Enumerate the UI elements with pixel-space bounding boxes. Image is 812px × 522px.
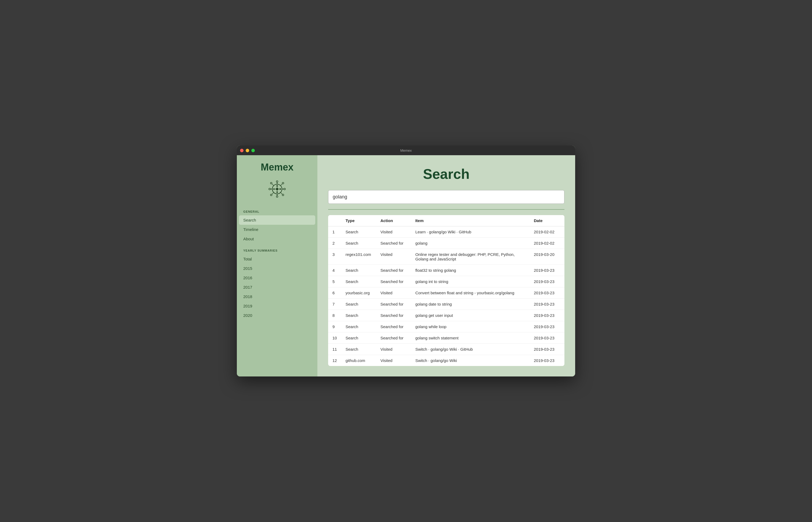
cell-num: 2 <box>328 237 341 249</box>
table-row: 8 Search Searched for golang get user in… <box>328 309 564 321</box>
svg-line-16 <box>281 193 283 195</box>
traffic-lights <box>240 149 255 152</box>
cell-type: Search <box>341 332 376 343</box>
table-row: 3 regex101.com Visited Online regex test… <box>328 249 564 264</box>
cell-num: 6 <box>328 287 341 298</box>
sidebar-item-2020[interactable]: 2020 <box>237 311 318 320</box>
svg-point-13 <box>282 182 284 184</box>
cell-num: 9 <box>328 321 341 332</box>
col-header-num <box>328 215 341 226</box>
cell-num: 8 <box>328 309 341 321</box>
cell-type: Search <box>341 321 376 332</box>
svg-point-15 <box>270 194 272 196</box>
cell-item: golang get user input <box>411 309 529 321</box>
table-row: 9 Search Searched for golang while loop … <box>328 321 564 332</box>
cell-item: Online regex tester and debugger: PHP, P… <box>411 249 529 264</box>
cell-date: 2019-02-02 <box>529 226 564 237</box>
cell-item: golang switch statement <box>411 332 529 343</box>
svg-line-10 <box>272 184 273 185</box>
sidebar-logo <box>266 178 288 200</box>
cell-action: Searched for <box>376 332 411 343</box>
cell-date: 2019-03-23 <box>529 332 564 343</box>
cell-action: Visited <box>376 249 411 264</box>
cell-action: Searched for <box>376 276 411 287</box>
main-content: Search Type Action Item Date 1 Search V <box>318 155 575 377</box>
col-header-type: Type <box>341 215 376 226</box>
window-title: Memex <box>400 148 412 153</box>
sidebar-item-2017[interactable]: 2017 <box>237 282 318 292</box>
svg-point-1 <box>276 188 278 190</box>
table-row: 12 github.com Visited Switch · golang/go… <box>328 355 564 366</box>
cell-action: Searched for <box>376 298 411 309</box>
close-button[interactable] <box>240 149 244 152</box>
sidebar-item-about[interactable]: About <box>237 234 318 244</box>
cell-type: regex101.com <box>341 249 376 264</box>
table-row: 4 Search Searched for float32 to string … <box>328 264 564 276</box>
sidebar-app-title: Memex <box>261 162 293 173</box>
cell-type: Search <box>341 309 376 321</box>
cell-action: Searched for <box>376 309 411 321</box>
sidebar-item-2019[interactable]: 2019 <box>237 301 318 311</box>
cell-num: 3 <box>328 249 341 264</box>
cell-item: golang int to string <box>411 276 529 287</box>
cell-action: Visited <box>376 355 411 366</box>
cell-date: 2019-03-23 <box>529 343 564 355</box>
cell-action: Visited <box>376 226 411 237</box>
sidebar-item-timeline[interactable]: Timeline <box>237 225 318 234</box>
cell-item: float32 to string golang <box>411 264 529 276</box>
maximize-button[interactable] <box>251 149 255 152</box>
cell-date: 2019-03-23 <box>529 309 564 321</box>
cell-date: 2019-03-23 <box>529 287 564 298</box>
cell-item: Switch · golang/go Wiki · GitHub <box>411 343 529 355</box>
cell-num: 11 <box>328 343 341 355</box>
page-title: Search <box>328 166 564 182</box>
svg-point-11 <box>270 182 272 184</box>
table-row: 10 Search Searched for golang switch sta… <box>328 332 564 343</box>
cell-action: Visited <box>376 287 411 298</box>
cell-type: Search <box>341 237 376 249</box>
cell-action: Visited <box>376 343 411 355</box>
cell-date: 2019-03-23 <box>529 264 564 276</box>
cell-num: 5 <box>328 276 341 287</box>
minimize-button[interactable] <box>246 149 249 152</box>
app-window: Memex Memex <box>237 145 575 377</box>
cell-item: Learn · golang/go Wiki · GitHub <box>411 226 529 237</box>
search-input[interactable] <box>328 190 564 204</box>
cell-type: Search <box>341 226 376 237</box>
cell-type: Search <box>341 264 376 276</box>
col-header-date: Date <box>529 215 564 226</box>
yearly-section-label: YEARLY SUMMARIES <box>237 247 318 254</box>
cell-type: Search <box>341 343 376 355</box>
cell-item: Convert between float and string - yourb… <box>411 287 529 298</box>
cell-num: 10 <box>328 332 341 343</box>
svg-point-17 <box>282 194 284 196</box>
cell-num: 4 <box>328 264 341 276</box>
cell-date: 2019-03-23 <box>529 355 564 366</box>
divider <box>328 209 564 210</box>
table-row: 1 Search Visited Learn · golang/go Wiki … <box>328 226 564 237</box>
table-row: 11 Search Visited Switch · golang/go Wik… <box>328 343 564 355</box>
sidebar-item-total[interactable]: Total <box>237 254 318 264</box>
table-row: 5 Search Searched for golang int to stri… <box>328 276 564 287</box>
app-body: Memex <box>237 155 575 377</box>
cell-date: 2019-03-23 <box>529 298 564 309</box>
cell-type: Search <box>341 298 376 309</box>
sidebar-item-2016[interactable]: 2016 <box>237 273 318 282</box>
cell-item: golang while loop <box>411 321 529 332</box>
sidebar-item-search[interactable]: Search <box>239 215 315 225</box>
svg-line-12 <box>281 184 283 185</box>
cell-type: github.com <box>341 355 376 366</box>
cell-num: 7 <box>328 298 341 309</box>
sidebar-item-2015[interactable]: 2015 <box>237 264 318 273</box>
table-row: 6 yourbasic.org Visited Convert between … <box>328 287 564 298</box>
general-section-label: GENERAL <box>237 208 318 215</box>
cell-action: Searched for <box>376 237 411 249</box>
cell-item: Switch · golang/go Wiki <box>411 355 529 366</box>
table-body: 1 Search Visited Learn · golang/go Wiki … <box>328 226 564 366</box>
results-table: Type Action Item Date 1 Search Visited L… <box>328 215 564 366</box>
sidebar-item-2018[interactable]: 2018 <box>237 292 318 301</box>
table-header-row: Type Action Item Date <box>328 215 564 226</box>
sidebar-nav: GENERAL Search Timeline About YEARLY SUM… <box>237 208 318 320</box>
cell-type: Search <box>341 276 376 287</box>
cell-date: 2019-03-23 <box>529 321 564 332</box>
